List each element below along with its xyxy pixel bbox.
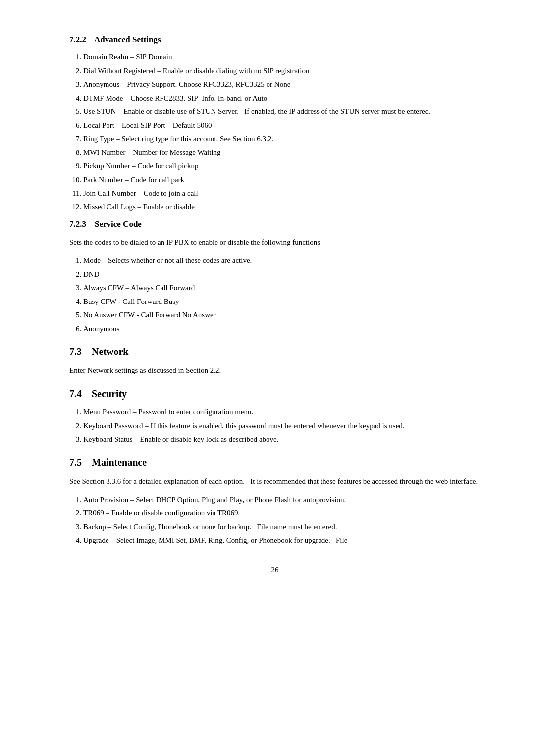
list-item: No Answer CFW - Call Forward No Answer [83, 309, 481, 321]
section-75-list: Auto Provision – Select DHCP Option, Plu… [83, 494, 481, 546]
list-item: Keyboard Password – If this feature is e… [83, 420, 481, 432]
list-item: DTMF Mode – Choose RFC2833, SIP_Info, In… [83, 93, 481, 104]
section-73-heading: 7.3 Network [69, 346, 481, 357]
list-item: Local Port – Local SIP Port – Default 50… [83, 120, 481, 131]
list-item: Dial Without Registered – Enable or disa… [83, 65, 481, 77]
list-item: Backup – Select Config, Phonebook or non… [83, 521, 481, 533]
section-73-intro: Enter Network settings as discussed in S… [69, 364, 481, 376]
list-item: Anonymous – Privacy Support. Choose RFC3… [83, 79, 481, 90]
list-item: Mode – Selects whether or not all these … [83, 255, 481, 266]
list-item: Missed Call Logs – Enable or disable [83, 202, 481, 213]
section-74-list: Menu Password – Password to enter config… [83, 406, 481, 445]
list-item: Ring Type – Select ring type for this ac… [83, 133, 481, 145]
list-item: DND [83, 269, 481, 280]
page-number: 26 [69, 566, 481, 574]
list-item: Park Number – Code for call park [83, 174, 481, 186]
list-item: Anonymous [83, 323, 481, 335]
section-75-intro: See Section 8.3.6 for a detailed explana… [69, 475, 481, 487]
section-75-heading: 7.5 Maintenance [69, 457, 481, 468]
section-74-heading: 7.4 Security [69, 388, 481, 400]
section-723-list: Mode – Selects whether or not all these … [83, 255, 481, 334]
list-item: Domain Realm – SIP Domain [83, 51, 481, 63]
list-item: Join Call Number – Code to join a call [83, 188, 481, 199]
list-item: Busy CFW - Call Forward Busy [83, 296, 481, 307]
section-722-heading: 7.2.2 Advanced Settings [69, 35, 481, 45]
list-item: Upgrade – Select Image, MMI Set, BMF, Ri… [83, 535, 481, 546]
list-item: Auto Provision – Select DHCP Option, Plu… [83, 494, 481, 505]
list-item: Use STUN – Enable or disable use of STUN… [83, 106, 481, 117]
list-item: Menu Password – Password to enter config… [83, 406, 481, 418]
list-item: TR069 – Enable or disable configuration … [83, 507, 481, 519]
section-723-intro: Sets the codes to be dialed to an IP PBX… [69, 236, 481, 248]
section-722-list: Domain Realm – SIP Domain Dial Without R… [83, 51, 481, 212]
list-item: Keyboard Status – Enable or disable key … [83, 434, 481, 445]
section-723-heading: 7.2.3 Service Code [69, 219, 481, 229]
list-item: Always CFW – Always Call Forward [83, 282, 481, 294]
list-item: Pickup Number – Code for call pickup [83, 160, 481, 172]
list-item: MWI Number – Number for Message Waiting [83, 147, 481, 158]
